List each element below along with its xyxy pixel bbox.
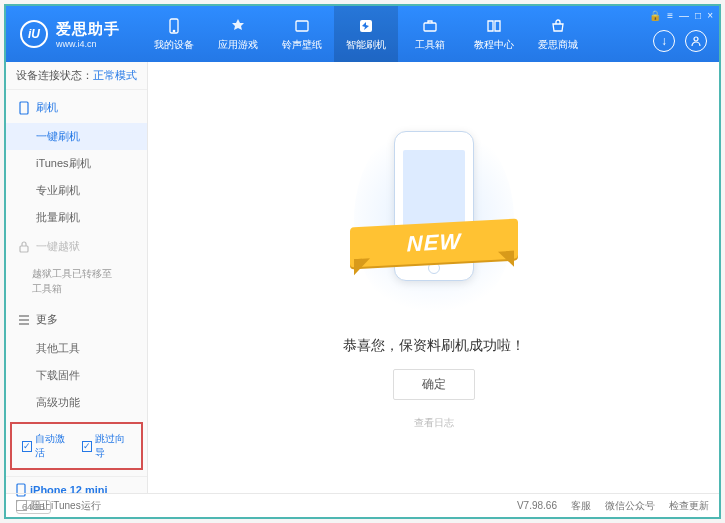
wechat-link[interactable]: 微信公众号 <box>605 499 655 513</box>
sidebar: 设备连接状态：正常模式 刷机 一键刷机 iTunes刷机 专业刷机 批量刷机 一… <box>6 62 148 493</box>
logo-icon: iU <box>20 20 48 48</box>
nav-tutorials[interactable]: 教程中心 <box>462 6 526 62</box>
connection-status: 设备连接状态：正常模式 <box>6 62 147 90</box>
close-button[interactable]: × <box>707 10 713 21</box>
nav-my-device[interactable]: 我的设备 <box>142 6 206 62</box>
nav-smart-flash[interactable]: 智能刷机 <box>334 6 398 62</box>
group-jailbreak[interactable]: 一键越狱 <box>6 231 147 262</box>
svg-rect-2 <box>296 21 308 31</box>
footer-right: V7.98.66 客服 微信公众号 检查更新 <box>517 499 709 513</box>
header-action-icons: ↓ <box>653 30 707 52</box>
check-icon: ✓ <box>82 441 92 452</box>
group-label: 一键越狱 <box>36 239 80 254</box>
nav-ringtones[interactable]: 铃声壁纸 <box>270 6 334 62</box>
sub-download-firmware[interactable]: 下载固件 <box>32 362 147 389</box>
apps-icon <box>229 17 247 35</box>
group-label: 更多 <box>36 312 58 327</box>
options-row: ✓自动激活 ✓跳过向导 <box>10 422 143 470</box>
nav-label: 爱思商城 <box>538 38 578 52</box>
device-firmware: Down-12mini-13,1 <box>16 517 137 519</box>
ok-button[interactable]: 确定 <box>393 369 475 400</box>
lock-icon[interactable]: 🔒 <box>649 10 661 21</box>
content-area: NEW 恭喜您，保资料刷机成功啦！ 确定 查看日志 <box>148 62 719 493</box>
book-icon <box>485 17 503 35</box>
store-icon <box>549 17 567 35</box>
success-message: 恭喜您，保资料刷机成功啦！ <box>343 337 525 355</box>
sub-pro-flash[interactable]: 专业刷机 <box>32 177 147 204</box>
nav-apps-games[interactable]: 应用游戏 <box>206 6 270 62</box>
group-more[interactable]: 更多 <box>6 304 147 335</box>
nav-store[interactable]: 爱思商城 <box>526 6 590 62</box>
check-icon: ✓ <box>22 441 32 452</box>
nav-label: 教程中心 <box>474 38 514 52</box>
window-controls: 🔒 ≡ — □ × <box>649 10 713 21</box>
svg-rect-6 <box>20 102 28 114</box>
nav-label: 智能刷机 <box>346 38 386 52</box>
phone-icon <box>165 17 183 35</box>
logo: iU 爱思助手 www.i4.cn <box>6 20 134 49</box>
nav-toolbox[interactable]: 工具箱 <box>398 6 462 62</box>
app-name: 爱思助手 <box>56 20 120 39</box>
svg-rect-7 <box>20 246 28 252</box>
maximize-button[interactable]: □ <box>695 10 701 21</box>
nav-label: 应用游戏 <box>218 38 258 52</box>
footer-bar: 阻止iTunes运行 V7.98.66 客服 微信公众号 检查更新 <box>6 493 719 517</box>
conn-mode: 正常模式 <box>93 69 137 81</box>
version-label: V7.98.66 <box>517 500 557 511</box>
main-nav: 我的设备 应用游戏 铃声壁纸 智能刷机 工具箱 教程中心 <box>142 6 590 62</box>
nav-label: 工具箱 <box>415 38 445 52</box>
lock-outline-icon <box>18 241 30 253</box>
svg-rect-4 <box>424 23 436 31</box>
check-update-link[interactable]: 检查更新 <box>669 499 709 513</box>
jailbreak-note: 越狱工具已转移至工具箱 <box>6 262 147 304</box>
support-link[interactable]: 客服 <box>571 499 591 513</box>
checkbox-skip-guide[interactable]: ✓跳过向导 <box>82 432 132 460</box>
toolbox-icon <box>421 17 439 35</box>
user-icon[interactable] <box>685 30 707 52</box>
header-bar: iU 爱思助手 www.i4.cn 我的设备 应用游戏 铃声壁纸 智能刷机 <box>6 6 719 62</box>
sub-itunes-flash[interactable]: iTunes刷机 <box>32 150 147 177</box>
download-icon[interactable]: ↓ <box>653 30 675 52</box>
more-sublist: 其他工具 下载固件 高级功能 <box>6 335 147 416</box>
nav-label: 我的设备 <box>154 38 194 52</box>
checkbox-auto-activate[interactable]: ✓自动激活 <box>22 432 72 460</box>
sub-batch-flash[interactable]: 批量刷机 <box>32 204 147 231</box>
group-label: 刷机 <box>36 100 58 115</box>
sub-advanced[interactable]: 高级功能 <box>32 389 147 416</box>
phone-outline-icon <box>18 102 30 114</box>
menu-icon[interactable]: ≡ <box>667 10 673 21</box>
app-url: www.i4.cn <box>56 39 120 49</box>
conn-label: 设备连接状态： <box>16 69 93 81</box>
success-illustration: NEW <box>364 125 504 315</box>
wallpaper-icon <box>293 17 311 35</box>
nav-label: 铃声壁纸 <box>282 38 322 52</box>
menu-lines-icon <box>18 314 30 326</box>
minimize-button[interactable]: — <box>679 10 689 21</box>
group-flash[interactable]: 刷机 <box>6 92 147 123</box>
sub-other-tools[interactable]: 其他工具 <box>32 335 147 362</box>
flash-sublist: 一键刷机 iTunes刷机 专业刷机 批量刷机 <box>6 123 147 231</box>
checkbox-block-itunes[interactable]: 阻止iTunes运行 <box>16 499 101 513</box>
view-log-link[interactable]: 查看日志 <box>414 416 454 430</box>
sub-one-click-flash[interactable]: 一键刷机 <box>6 123 147 150</box>
app-window: iU 爱思助手 www.i4.cn 我的设备 应用游戏 铃声壁纸 智能刷机 <box>4 4 721 519</box>
checkbox-empty-icon <box>16 500 27 511</box>
main-body: 设备连接状态：正常模式 刷机 一键刷机 iTunes刷机 专业刷机 批量刷机 一… <box>6 62 719 493</box>
svg-point-5 <box>694 37 698 41</box>
flash-icon <box>357 17 375 35</box>
svg-point-1 <box>173 30 174 31</box>
